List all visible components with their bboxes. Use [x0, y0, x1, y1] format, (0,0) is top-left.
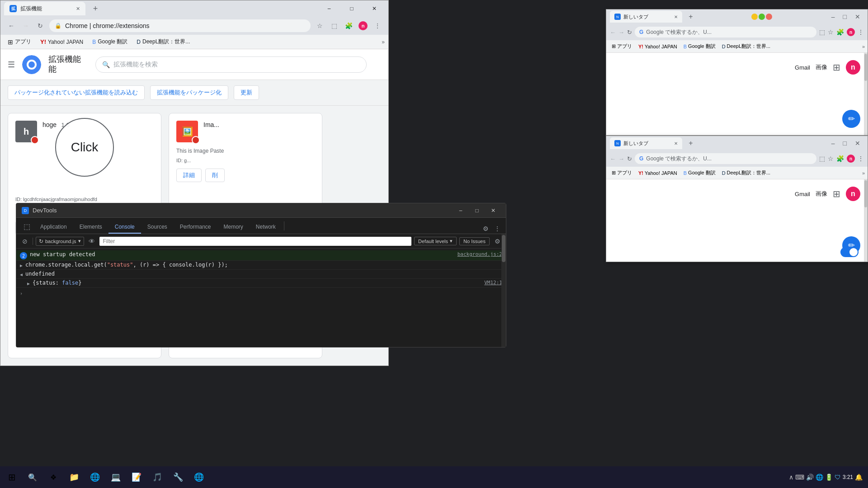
taskbar-settings-button[interactable]: 🔧 — [168, 467, 188, 487]
popup2-new-tab-btn[interactable]: + — [686, 138, 696, 148]
devtools-more-icon[interactable]: ⋮ — [492, 224, 502, 234]
devtools-restore[interactable]: □ — [470, 205, 484, 216]
popup1-bm-more[interactable]: » — [862, 44, 865, 49]
forward-button[interactable]: → — [20, 20, 31, 31]
context-selector[interactable]: ↻ background.js ▾ — [36, 237, 84, 246]
popup1-compose-btn[interactable]: ✏ — [842, 110, 860, 128]
taskbar-taskview-button[interactable]: ❖ — [43, 467, 63, 487]
popup2-images-link[interactable]: 画像 — [816, 190, 827, 198]
taskbar-explorer-button[interactable]: 📁 — [64, 467, 84, 487]
no-issues-button[interactable]: No Issues — [459, 237, 490, 245]
taskbar-volume-icon[interactable]: 🔊 — [806, 474, 814, 481]
popup1-bookmark-star[interactable]: ☆ — [828, 28, 834, 36]
popup2-bm-more[interactable]: » — [862, 170, 865, 176]
popup1-bm-yahoo[interactable]: Y! Yahoo! JAPAN — [636, 43, 680, 50]
clear-console-icon[interactable]: ⊘ — [20, 236, 30, 246]
minimize-button[interactable]: – — [319, 0, 340, 17]
pack-extension-button[interactable]: 拡張機能をパッケージ化 — [150, 85, 228, 100]
popup1-profile-menu[interactable]: n — [847, 28, 855, 36]
eye-icon[interactable]: 👁 — [87, 236, 97, 246]
devtools-minimize[interactable]: – — [453, 205, 468, 216]
popup2-close-win[interactable]: ✕ — [851, 140, 864, 147]
taskbar-browser1-button[interactable]: 🌐 — [85, 467, 105, 487]
tab-memory[interactable]: Memory — [217, 221, 250, 234]
taskbar-notification-btn[interactable]: 🔔 — [855, 474, 863, 481]
popup2-apps-grid[interactable]: ⊞ — [833, 188, 840, 199]
menu-button[interactable]: ⋮ — [372, 20, 383, 31]
tab-close-btn[interactable]: ✕ — [76, 6, 80, 12]
profile-avatar[interactable]: n — [358, 20, 368, 31]
extensions-puzzle[interactable]: 🧩 — [343, 20, 354, 31]
popup1-gmail-link[interactable]: Gmail — [795, 64, 810, 71]
popup2-gmail-link[interactable]: Gmail — [795, 191, 810, 197]
devtools-scrollbar[interactable] — [501, 234, 506, 347]
popup2-bm-yahoo[interactable]: Y! Yahoo! JAPAN — [636, 169, 680, 177]
popup1-images-link[interactable]: 画像 — [816, 63, 827, 71]
popup2-max-win[interactable]: □ — [840, 140, 850, 147]
update-button[interactable]: 更新 — [234, 85, 259, 100]
popup1-back[interactable]: ← — [610, 29, 616, 36]
popup2-profile-avatar[interactable]: n — [847, 155, 855, 163]
popup2-url-box[interactable]: G Google で検索するか、U... — [635, 153, 816, 164]
load-unpacked-button[interactable]: パッケージ化されていない拡張機能を読み込む — [8, 85, 145, 100]
taskbar-start-button[interactable]: ⊞ — [2, 467, 22, 487]
maximize-button[interactable]: □ — [341, 0, 362, 17]
tab-application[interactable]: Application — [34, 221, 73, 234]
popup2-reload[interactable]: ↻ — [627, 155, 632, 162]
tab-performance[interactable]: Performance — [174, 221, 217, 234]
tab-elements[interactable]: Elements — [73, 221, 108, 234]
taskbar-notepad-button[interactable]: 📝 — [127, 467, 146, 487]
popup2-bm-apps[interactable]: ⊞ アプリ — [609, 169, 635, 177]
screenshot-btn[interactable]: ⬚ — [329, 20, 340, 31]
imagepaste-delete-button[interactable]: 削 — [205, 169, 225, 182]
bookmark-google-translate[interactable]: B Google 翻訳 — [89, 37, 131, 47]
devtools-settings-icon[interactable]: ⚙ — [481, 224, 491, 234]
popup1-share-icon[interactable]: ⬚ — [819, 28, 825, 36]
popup1-bm-translate[interactable]: B Google 翻訳 — [681, 42, 718, 51]
popup2-back[interactable]: ← — [610, 155, 616, 162]
popup1-max-btn[interactable] — [759, 14, 765, 20]
taskbar-chrome-button[interactable]: 🌐 — [189, 467, 209, 487]
tab-network[interactable]: Network — [250, 221, 282, 234]
popup2-account-avatar[interactable]: n — [846, 187, 860, 201]
expand-arrow-1[interactable]: ▶ — [20, 263, 23, 268]
popup2-extensions-icon[interactable]: 🧩 — [836, 155, 844, 162]
popup1-url-box[interactable]: G Google で検索するか、U... — [635, 27, 816, 38]
tab-console[interactable]: Console — [108, 221, 141, 234]
popup1-extensions-icon[interactable]: 🧩 — [836, 28, 844, 36]
filter-input[interactable] — [99, 237, 412, 246]
imagepaste-detail-button[interactable]: 詳細 — [176, 169, 202, 182]
bookmark-apps[interactable]: ⊞ アプリ — [4, 37, 35, 47]
console-settings-icon[interactable]: ⚙ — [492, 236, 502, 246]
popup2-share-icon[interactable]: ⬚ — [819, 155, 825, 162]
popup1-apps-grid[interactable]: ⊞ — [833, 62, 840, 73]
devtools-cursor-btn[interactable]: ⬚ — [20, 221, 34, 234]
popup1-close-win[interactable]: ✕ — [851, 13, 864, 20]
taskbar-code-button[interactable]: 💻 — [106, 467, 126, 487]
hamburger-menu[interactable]: ☰ — [8, 60, 15, 70]
popup1-max-win[interactable]: □ — [840, 13, 850, 20]
popup2-more-btn[interactable]: ⋮ — [858, 155, 864, 162]
taskbar-network-icon[interactable]: 🌐 — [816, 474, 823, 481]
popup2-toggle[interactable] — [840, 247, 859, 257]
popup1-more-btn[interactable]: ⋮ — [858, 28, 864, 36]
back-button[interactable]: ← — [6, 20, 17, 31]
popup1-bm-apps[interactable]: ⊞ アプリ — [609, 42, 635, 51]
bookmarks-more[interactable]: » — [382, 39, 385, 45]
popup2-bm-deepl[interactable]: D DeepL翻訳：世界... — [719, 169, 774, 177]
reload-button[interactable]: ↻ — [35, 20, 46, 31]
popup2-bookmark-star[interactable]: ☆ — [828, 155, 834, 162]
console-link-4[interactable]: VM12:1 — [484, 280, 502, 286]
popup1-account-avatar[interactable]: n — [846, 60, 860, 75]
popup1-new-tab-btn[interactable]: + — [686, 12, 696, 22]
active-tab[interactable]: 拡 拡張機能 ✕ — [4, 2, 85, 15]
popup1-reload[interactable]: ↻ — [627, 29, 632, 36]
popup2-forward[interactable]: → — [618, 155, 624, 162]
popup1-min-win[interactable]: – — [828, 13, 839, 20]
popup1-scrollbar[interactable] — [864, 53, 868, 135]
popup1-close-btn[interactable] — [766, 14, 772, 20]
tab-sources[interactable]: Sources — [141, 221, 174, 234]
log-levels-button[interactable]: Default levels ▾ — [414, 237, 457, 245]
popup1-tab[interactable]: N 新しいタブ ✕ — [610, 11, 682, 23]
devtools-close[interactable]: ✕ — [486, 205, 500, 216]
